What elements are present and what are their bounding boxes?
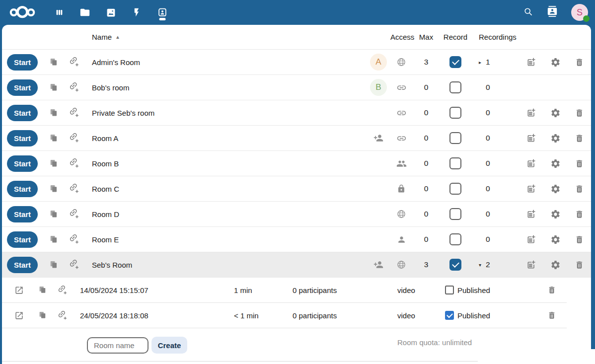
add-link-button[interactable] [63,259,86,270]
start-button[interactable]: Start [7,105,38,121]
app-dashboard[interactable] [54,0,65,25]
add-link-button[interactable] [63,158,86,169]
delete-room-button[interactable] [567,210,591,219]
record-checkbox[interactable] [449,56,461,68]
edit-room-button[interactable] [520,108,543,118]
copy-link-button[interactable] [45,260,63,270]
room-name: Seb's Room [86,261,367,269]
delete-recording-button[interactable] [536,286,567,294]
delete-room-button[interactable] [567,58,591,67]
recordings-count: 0 [486,235,490,244]
edit-room-button[interactable] [520,133,543,143]
edit-room-button[interactable] [520,57,543,67]
copy-recording-link-button[interactable] [36,286,50,294]
start-button[interactable]: Start [7,155,38,172]
add-link-button[interactable] [63,209,86,219]
delete-room-button[interactable] [567,235,591,244]
add-link-button[interactable] [63,234,86,245]
contacts-button[interactable] [547,6,558,19]
recordings-toggle[interactable]: 0 [471,83,520,92]
start-button[interactable]: Start [7,79,38,96]
share-recording-button[interactable] [50,285,75,295]
room-name-input[interactable] [87,337,149,354]
room-settings-button[interactable] [543,260,567,270]
add-link-button[interactable] [63,82,86,93]
record-checkbox[interactable] [449,183,461,195]
published-checkbox[interactable] [445,286,454,294]
recordings-toggle[interactable]: 0 [471,184,520,193]
add-link-button[interactable] [63,57,86,68]
recordings-toggle[interactable]: 0 [471,235,520,244]
edit-room-button[interactable] [520,209,543,219]
copy-link-button[interactable] [45,159,63,168]
recordings-toggle[interactable]: 0 [471,134,520,143]
room-settings-button[interactable] [543,108,567,118]
start-button[interactable]: Start [7,206,38,222]
record-checkbox[interactable] [449,132,461,144]
recording-participants: 0 participants [289,311,393,320]
copy-recording-link-button[interactable] [36,311,50,320]
record-checkbox[interactable] [449,81,461,93]
copy-link-button[interactable] [45,83,63,92]
app-activity[interactable] [131,0,142,25]
trash-icon [575,134,584,143]
copy-link-button[interactable] [45,235,63,244]
max-participants: 0 [412,210,440,218]
recordings-toggle[interactable]: 0 [471,108,520,117]
published-checkbox[interactable] [445,311,454,320]
recordings-count: 0 [486,108,490,117]
record-checkbox[interactable] [449,208,461,220]
record-checkbox[interactable] [449,157,461,169]
start-button[interactable]: Start [7,231,38,248]
app-photos[interactable] [105,0,116,25]
nextcloud-logo[interactable] [8,6,37,19]
start-button[interactable]: Start [7,54,38,71]
copy-link-button[interactable] [45,58,63,67]
room-settings-button[interactable] [543,184,567,194]
user-avatar[interactable]: S [571,4,588,21]
search-button[interactable] [523,6,533,19]
column-header-name[interactable]: Name ▲ [86,33,367,41]
edit-room-button[interactable] [520,234,543,244]
recordings-toggle[interactable]: 0 [471,210,520,218]
app-meetings[interactable] [157,0,168,25]
expand-caret-icon: ▾ [479,262,483,268]
trash-icon [547,286,556,294]
copy-link-button[interactable] [45,134,63,143]
add-link-button[interactable] [63,107,86,118]
recordings-toggle[interactable]: 0 [471,159,520,168]
open-recording-button[interactable] [2,311,36,320]
delete-room-button[interactable] [567,134,591,143]
delete-room-button[interactable] [567,260,591,270]
room-settings-button[interactable] [543,133,567,144]
room-settings-button[interactable] [543,57,567,68]
copy-link-button[interactable] [45,210,63,219]
add-link-button[interactable] [63,183,86,194]
edit-room-button[interactable] [520,260,543,270]
delete-recording-button[interactable] [536,311,567,320]
scrollbar-thumb[interactable] [591,25,595,349]
recordings-toggle[interactable]: ▸ 1 [471,58,520,67]
edit-room-button[interactable] [520,158,543,168]
copy-link-button[interactable] [45,108,63,118]
record-checkbox[interactable] [449,233,461,245]
room-settings-button[interactable] [543,234,567,245]
app-files[interactable] [79,0,90,25]
share-recording-button[interactable] [50,310,75,321]
edit-room-button[interactable] [520,184,543,194]
copy-link-button[interactable] [45,184,63,194]
room-settings-button[interactable] [543,209,567,219]
delete-room-button[interactable] [567,184,591,194]
record-checkbox[interactable] [449,259,461,271]
delete-room-button[interactable] [567,159,591,168]
start-button[interactable]: Start [7,181,38,197]
recordings-toggle[interactable]: ▾ 2 [471,260,520,269]
record-checkbox[interactable] [449,107,461,119]
create-room-button[interactable]: Create [151,337,187,354]
open-recording-button[interactable] [2,286,36,295]
delete-room-button[interactable] [567,108,591,118]
start-button[interactable]: Start [7,130,38,146]
start-button[interactable]: Start [7,257,38,273]
room-settings-button[interactable] [543,158,567,169]
add-link-button[interactable] [63,133,86,144]
